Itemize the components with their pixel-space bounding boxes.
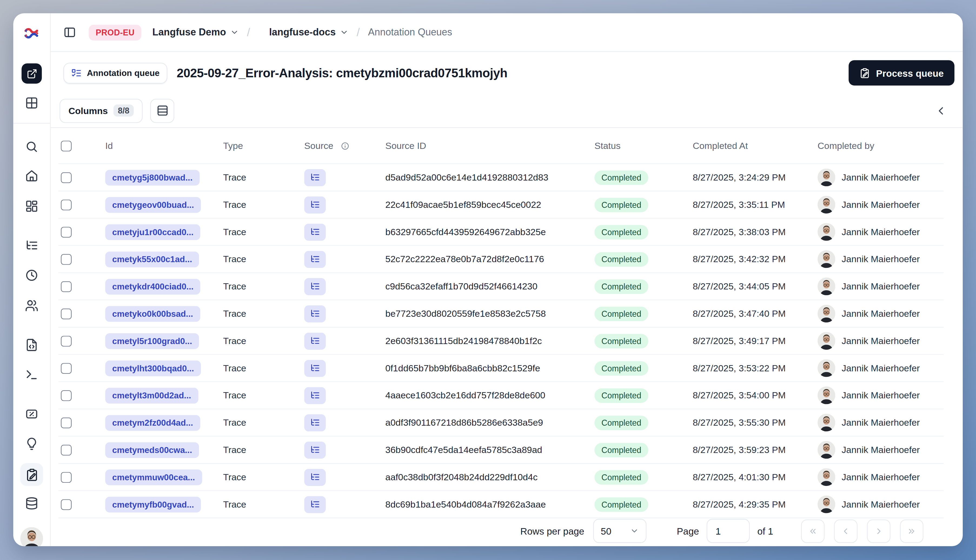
collapse-panel-button[interactable] (935, 104, 948, 117)
sidebar-item-playground[interactable] (25, 368, 38, 382)
table-row[interactable]: cmetyko0k00bsad... Trace be7723e30d80205… (58, 300, 944, 328)
next-page-button[interactable] (867, 519, 891, 543)
table-row[interactable]: cmetyl5r100grad0... Trace 2e603f31361115… (58, 328, 944, 355)
item-id-link[interactable]: cmetylht300bqad0... (105, 360, 201, 376)
row-checkbox[interactable] (61, 417, 72, 428)
environment-badge[interactable]: PROD-EU (89, 24, 142, 40)
table-row[interactable]: cmetymyfb00gvad... Trace 8dc69b1ba1e540b… (58, 491, 944, 518)
column-header-source[interactable]: Source (304, 140, 385, 151)
row-checkbox[interactable] (61, 172, 72, 183)
last-page-button[interactable] (900, 519, 924, 543)
rows-per-page-select[interactable]: 50 (593, 519, 646, 543)
row-checkbox[interactable] (61, 444, 72, 455)
row-checkbox[interactable] (61, 335, 72, 346)
row-checkbox[interactable] (61, 308, 72, 319)
column-header-status[interactable]: Status (594, 140, 692, 151)
row-checkbox[interactable] (61, 472, 72, 482)
previous-page-button[interactable] (834, 519, 858, 543)
sidebar-toggle-icon[interactable] (63, 26, 76, 38)
avatar (818, 495, 836, 513)
sidebar-item-sessions[interactable] (25, 268, 38, 282)
select-all-checkbox[interactable] (61, 140, 72, 151)
table-row[interactable]: cmetyg5j800bwad... Trace d5ad9d52a00c6e1… (58, 164, 944, 192)
sidebar-item-home[interactable] (25, 169, 38, 182)
table-row[interactable]: cmetylt3m00d2ad... Trace 4aaece1603cb2e1… (58, 382, 944, 410)
source-trace-button[interactable] (304, 169, 326, 186)
table-row[interactable]: cmetyju1r00ccad0... Trace b63297665cfd44… (58, 218, 944, 246)
table-row[interactable]: cmetym2fz00d4ad... Trace a0df3f901167218… (58, 409, 944, 437)
percent-icon (25, 407, 38, 420)
column-header-completed-by[interactable]: Completed by (818, 140, 944, 151)
table-row[interactable]: cmetykdr400ciad0... Trace c9d56ca32efaff… (58, 273, 944, 300)
row-checkbox[interactable] (61, 254, 72, 265)
source-trace-button[interactable] (304, 223, 326, 240)
sidebar-item-tables[interactable] (25, 96, 38, 110)
column-header-source-id[interactable]: Source ID (385, 140, 594, 151)
columns-button[interactable]: Columns 8/8 (60, 98, 142, 123)
column-header-id[interactable]: Id (105, 140, 223, 151)
sidebar-item-scores[interactable] (25, 407, 38, 420)
first-page-button[interactable] (801, 519, 824, 543)
table-row[interactable]: cmetymmuw00cea... Trace aaf0c38db0f3f204… (58, 464, 944, 491)
row-checkbox[interactable] (61, 281, 72, 292)
search-icon (25, 140, 38, 153)
table-row[interactable]: cmetylht300bqad0... Trace 0f1dd65b7bb9bf… (58, 355, 944, 382)
sidebar-item-datasets[interactable] (25, 497, 38, 510)
table-row[interactable]: cmetyk55x00c1ad... Trace 52c72c2222ea78e… (58, 246, 944, 273)
type-value: Trace (223, 363, 246, 373)
type-value: Trace (223, 418, 246, 428)
item-id-link[interactable]: cmetylt3m00d2ad... (105, 387, 198, 403)
chevron-down-icon (230, 28, 239, 37)
breadcrumb-section[interactable]: Annotation Queues (368, 27, 452, 38)
sidebar-item-users[interactable] (25, 299, 38, 312)
source-trace-button[interactable] (304, 360, 326, 377)
row-checkbox[interactable] (61, 199, 72, 210)
table-row[interactable]: cmetymeds00cwa... Trace 36b90cdfc47e5da1… (58, 437, 944, 464)
open-external-button[interactable] (22, 63, 42, 83)
process-queue-button[interactable]: Process queue (849, 60, 954, 86)
column-header-completed-at[interactable]: Completed At (692, 140, 818, 151)
item-id-link[interactable]: cmetykdr400ciad0... (105, 278, 200, 294)
source-trace-button[interactable] (304, 468, 326, 486)
item-id-link[interactable]: cmetyg5j800bwad... (105, 170, 200, 185)
item-id-link[interactable]: cmetygeov00buad... (105, 197, 201, 213)
item-id-link[interactable]: cmetyju1r00ccad0... (105, 224, 200, 240)
user-avatar[interactable] (20, 527, 43, 546)
item-id-link[interactable]: cmetyko0k00bsad... (105, 306, 200, 322)
item-id-link[interactable]: cmetymeds00cwa... (105, 442, 199, 458)
completed-at-value: 8/27/2025, 4:01:30 PM (692, 472, 786, 482)
column-header-type[interactable]: Type (223, 140, 304, 151)
sidebar-item-prompts[interactable] (25, 338, 38, 352)
item-id-link[interactable]: cmetymmuw00cea... (105, 469, 202, 485)
source-trace-button[interactable] (304, 332, 326, 350)
item-id-link[interactable]: cmetyk55x00c1ad... (105, 251, 199, 267)
source-trace-button[interactable] (304, 250, 326, 268)
row-checkbox[interactable] (61, 227, 72, 237)
source-trace-button[interactable] (304, 387, 326, 404)
row-checkbox[interactable] (61, 499, 72, 510)
sidebar-item-search[interactable] (25, 140, 38, 153)
item-id-link[interactable]: cmetymyfb00gvad... (105, 497, 201, 512)
avatar (818, 332, 836, 350)
title-bar: Annotation queue 2025-09-27_Error-Analys… (51, 52, 963, 94)
source-trace-button[interactable] (304, 442, 326, 458)
source-trace-button[interactable] (304, 414, 326, 431)
sidebar-item-dashboard[interactable] (25, 200, 38, 213)
table-row[interactable]: cmetygeov00buad... Trace 22c41f09acae5b1… (58, 192, 944, 218)
row-height-button[interactable] (150, 98, 174, 123)
sidebar-item-evaluation[interactable] (25, 437, 38, 450)
sidebar-item-annotation-queues[interactable] (20, 463, 43, 486)
project-switcher[interactable]: langfuse-docs (269, 27, 348, 38)
row-checkbox[interactable] (61, 363, 72, 373)
org-switcher[interactable]: Langfuse Demo (152, 27, 239, 38)
source-trace-button[interactable] (304, 496, 326, 513)
source-trace-button[interactable] (304, 278, 326, 295)
row-checkbox[interactable] (61, 390, 72, 401)
page-number-input[interactable] (707, 519, 750, 543)
item-id-link[interactable]: cmetym2fz00d4ad... (105, 415, 200, 430)
source-trace-button[interactable] (304, 196, 326, 213)
sidebar-item-tracing[interactable] (25, 239, 38, 252)
source-trace-button[interactable] (304, 305, 326, 322)
item-id-link[interactable]: cmetyl5r100grad0... (105, 333, 199, 349)
pagination-footer: Rows per page 50 Page of 1 (51, 518, 963, 546)
